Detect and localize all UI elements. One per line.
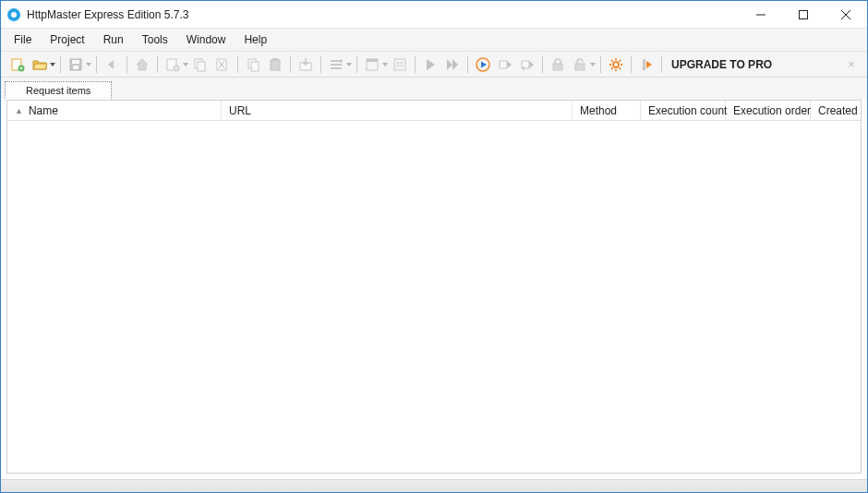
toolbar-separator — [415, 56, 416, 73]
duplicate-request-icon — [190, 54, 211, 75]
menu-window[interactable]: Window — [177, 30, 235, 49]
tab-row: Request items — [1, 78, 867, 100]
column-label: Created — [818, 104, 858, 117]
toolbar-close-icon[interactable]: × — [843, 56, 860, 73]
svg-rect-3 — [800, 10, 808, 18]
table-header: ▲ Name URL Method Execution count Execut… — [7, 101, 861, 121]
svg-rect-32 — [394, 59, 405, 70]
toolbar-separator — [600, 56, 601, 73]
open-project-icon[interactable] — [30, 54, 50, 75]
svg-point-38 — [522, 66, 525, 70]
column-header-created[interactable]: Created — [811, 101, 861, 120]
run-icon — [420, 54, 440, 75]
column-label: Name — [29, 104, 58, 117]
app-window: HttpMaster Express Edition 5.7.3 FilePro… — [0, 0, 868, 493]
settings-icon[interactable] — [606, 54, 626, 75]
toolbar-separator — [661, 56, 662, 73]
dropdown-caret-icon[interactable] — [49, 63, 56, 66]
window-title: HttpMaster Express Edition 5.7.3 — [27, 8, 188, 21]
toolbar-separator — [96, 56, 97, 73]
import-icon — [295, 54, 316, 75]
svg-point-1 — [11, 12, 17, 18]
column-header-exec-order[interactable]: Execution order — [726, 101, 811, 120]
dropdown-caret-icon — [381, 63, 389, 66]
dropdown-caret-icon — [589, 63, 597, 66]
upgrade-to-pro-link[interactable]: UPGRADE TO PRO — [671, 58, 772, 71]
request-table: ▲ Name URL Method Execution count Execut… — [6, 100, 862, 474]
toolbar-separator — [157, 56, 158, 73]
table-body — [7, 121, 861, 473]
column-label: Execution order — [733, 104, 811, 117]
run-selected-icon[interactable] — [473, 54, 493, 75]
paste-icon — [265, 54, 285, 75]
svg-rect-40 — [575, 64, 585, 70]
menu-run[interactable]: Run — [94, 30, 133, 49]
toolbar-separator — [237, 56, 238, 73]
column-header-url[interactable]: URL — [222, 101, 573, 120]
menu-tools[interactable]: Tools — [133, 30, 177, 49]
menu-bar: FileProjectRunToolsWindowHelp — [1, 29, 867, 52]
svg-line-49 — [620, 60, 621, 62]
column-label: Execution count — [648, 104, 727, 117]
save-icon — [66, 54, 86, 75]
svg-rect-12 — [73, 66, 78, 69]
svg-rect-25 — [272, 58, 278, 61]
svg-rect-29 — [331, 67, 342, 69]
toolbar-separator — [127, 56, 127, 73]
menu-file[interactable]: File — [5, 30, 41, 49]
svg-rect-27 — [331, 60, 342, 62]
toolbar-separator — [60, 56, 61, 73]
run-advanced-icon — [517, 54, 537, 75]
dropdown-caret-icon — [182, 63, 189, 66]
svg-rect-36 — [500, 61, 507, 68]
lock-icon — [548, 54, 568, 75]
svg-rect-18 — [198, 62, 205, 71]
run-basic-icon — [495, 54, 515, 75]
toolbar-separator — [356, 56, 357, 73]
column-label: Method — [580, 104, 617, 117]
svg-rect-28 — [331, 64, 342, 66]
svg-line-46 — [611, 60, 613, 62]
svg-rect-39 — [553, 64, 562, 70]
dropdown-caret-icon — [85, 63, 92, 66]
dropdown-caret-icon — [345, 63, 353, 66]
svg-rect-31 — [367, 59, 378, 62]
toolbar-separator — [631, 56, 632, 73]
back-icon — [102, 54, 122, 75]
status-bar — [1, 479, 867, 492]
column-header-method[interactable]: Method — [573, 101, 641, 120]
run-all-icon — [442, 54, 463, 75]
app-icon — [6, 7, 21, 22]
upgrade-icon[interactable] — [636, 54, 657, 75]
add-request-icon — [163, 54, 183, 75]
svg-line-48 — [611, 67, 613, 69]
toolbar-separator — [467, 56, 468, 73]
toolbar-separator — [320, 56, 321, 73]
copy-icon — [243, 54, 263, 75]
close-button[interactable] — [825, 1, 867, 29]
toggle-panel-icon — [362, 54, 382, 75]
minimize-button[interactable] — [740, 1, 782, 29]
toolbar-separator — [542, 56, 543, 73]
column-header-name[interactable]: ▲ Name — [7, 101, 222, 120]
svg-rect-11 — [72, 60, 79, 64]
column-header-exec-count[interactable]: Execution count — [641, 101, 726, 120]
title-bar: HttpMaster Express Edition 5.7.3 — [1, 1, 867, 29]
new-project-icon[interactable] — [7, 54, 28, 75]
svg-rect-23 — [251, 62, 259, 71]
unlock-icon — [570, 54, 590, 75]
sort-asc-icon: ▲ — [15, 106, 23, 115]
tab-request-items[interactable]: Request items — [5, 81, 112, 100]
maximize-button[interactable] — [782, 1, 825, 29]
column-label: URL — [229, 104, 251, 117]
delete-request-icon — [212, 54, 233, 75]
svg-point-41 — [613, 62, 619, 67]
toolbar-separator — [290, 56, 291, 73]
menu-project[interactable]: Project — [41, 30, 93, 49]
home-icon — [132, 54, 152, 75]
collapse-icon — [390, 54, 410, 75]
menu-help[interactable]: Help — [235, 30, 276, 49]
toolbar: UPGRADE TO PRO× — [1, 52, 867, 78]
svg-line-47 — [620, 67, 621, 69]
svg-rect-24 — [271, 60, 280, 70]
